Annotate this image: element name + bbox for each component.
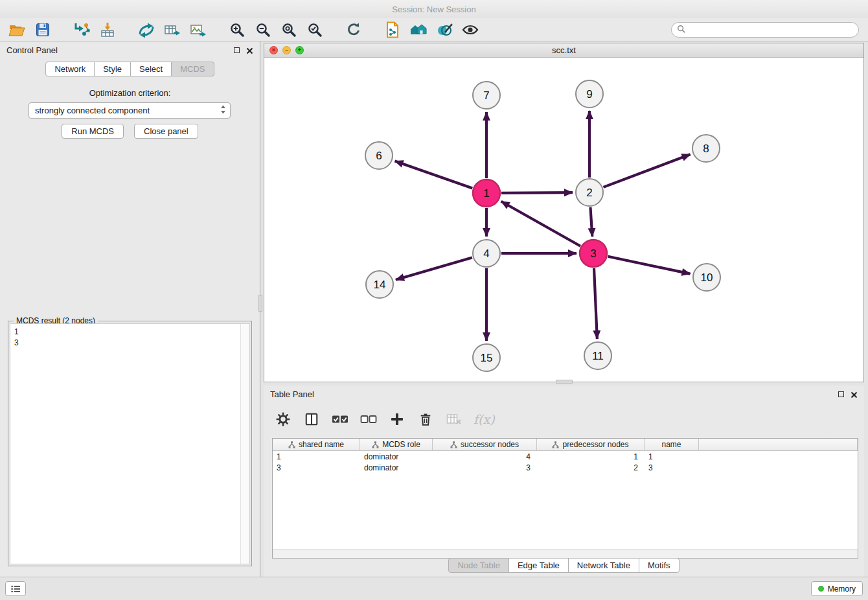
import-network-icon[interactable] bbox=[71, 19, 92, 40]
import-table-icon[interactable] bbox=[97, 19, 118, 40]
export-image-icon[interactable] bbox=[188, 19, 209, 40]
horizontal-splitter-grip[interactable] bbox=[556, 380, 573, 384]
node-2[interactable]: 2 bbox=[576, 179, 603, 206]
node-4[interactable]: 4 bbox=[473, 240, 500, 267]
unselect-all-icon[interactable] bbox=[360, 410, 378, 428]
export-table-icon[interactable] bbox=[162, 19, 183, 40]
close-panel-button[interactable]: Close panel bbox=[134, 124, 198, 139]
show-hide-eye-icon[interactable] bbox=[460, 19, 481, 40]
network-graph[interactable]: 7968124314101511 bbox=[264, 58, 863, 382]
column-header-successor-nodes[interactable]: successor nodes bbox=[433, 439, 537, 451]
node-9[interactable]: 9 bbox=[576, 80, 603, 108]
tab-mcds[interactable]: MCDS bbox=[171, 62, 214, 76]
select-all-icon[interactable] bbox=[331, 410, 349, 428]
main-toolbar bbox=[0, 18, 868, 41]
cell-successor-nodes[interactable]: 3 bbox=[433, 463, 537, 472]
cell-mcds-role[interactable]: dominator bbox=[360, 463, 433, 472]
save-session-icon[interactable] bbox=[32, 19, 53, 40]
criterion-dropdown-value: strongly connected component bbox=[35, 106, 150, 115]
tab-select[interactable]: Select bbox=[130, 62, 172, 76]
table-row[interactable]: 3 dominator 3 2 3 bbox=[273, 462, 858, 473]
table-settings-gear-icon[interactable] bbox=[274, 410, 292, 428]
run-mcds-button[interactable]: Run MCDS bbox=[62, 124, 124, 139]
node-15[interactable]: 15 bbox=[473, 344, 500, 371]
zoom-window-button[interactable]: + bbox=[295, 46, 304, 54]
node-1[interactable]: 1 bbox=[473, 179, 500, 207]
network-window-titlebar[interactable]: × – + scc.txt bbox=[264, 43, 863, 58]
refresh-view-icon[interactable] bbox=[343, 19, 364, 40]
edge-2-8[interactable] bbox=[604, 154, 691, 187]
show-panels-button[interactable] bbox=[5, 581, 26, 596]
network-canvas[interactable]: 7968124314101511 bbox=[264, 58, 863, 382]
edge-3-11[interactable] bbox=[594, 268, 597, 339]
zoom-selected-icon[interactable] bbox=[304, 19, 325, 40]
criterion-dropdown[interactable]: strongly connected component bbox=[29, 102, 231, 119]
edge-1-2[interactable] bbox=[501, 192, 573, 193]
cell-successor-nodes[interactable]: 4 bbox=[433, 452, 537, 461]
tab-style[interactable]: Style bbox=[94, 62, 131, 76]
node-10[interactable]: 10 bbox=[693, 264, 720, 291]
result-scrollbar[interactable] bbox=[240, 324, 249, 564]
tab-edge-table[interactable]: Edge Table bbox=[508, 558, 569, 573]
zoom-in-icon[interactable] bbox=[227, 19, 247, 40]
search-input[interactable] bbox=[689, 25, 853, 34]
close-table-panel-icon[interactable] bbox=[851, 391, 858, 398]
node-label-8: 8 bbox=[703, 143, 709, 155]
tab-motifs[interactable]: Motifs bbox=[639, 558, 680, 573]
node-label-15: 15 bbox=[481, 352, 493, 364]
node-label-14: 14 bbox=[374, 279, 386, 291]
node-11[interactable]: 11 bbox=[584, 342, 611, 369]
edge-3-10[interactable] bbox=[608, 257, 691, 274]
zoom-fit-icon[interactable] bbox=[279, 19, 299, 40]
node-14[interactable]: 14 bbox=[366, 271, 393, 298]
tab-network-table[interactable]: Network Table bbox=[568, 558, 639, 573]
node-3[interactable]: 3 bbox=[580, 240, 607, 267]
cell-name[interactable]: 1 bbox=[645, 452, 699, 461]
memory-status-icon bbox=[818, 586, 824, 592]
cell-predecessor-nodes[interactable]: 1 bbox=[537, 452, 645, 461]
column-header-mcds-role[interactable]: MCDS role bbox=[360, 439, 433, 451]
node-7[interactable]: 7 bbox=[473, 82, 500, 109]
tab-node-table[interactable]: Node Table bbox=[448, 558, 509, 573]
apply-style-icon[interactable] bbox=[434, 19, 455, 40]
cell-shared-name[interactable]: 1 bbox=[273, 452, 360, 461]
new-network-icon[interactable] bbox=[136, 19, 157, 40]
close-panel-icon[interactable] bbox=[246, 47, 253, 54]
cell-shared-name[interactable]: 3 bbox=[273, 463, 360, 472]
control-panel-tabs: Network Style Select MCDS bbox=[0, 62, 260, 76]
delete-row-trash-icon[interactable] bbox=[417, 410, 435, 428]
column-header-shared-name[interactable]: shared name bbox=[273, 439, 360, 451]
edge-1-6[interactable] bbox=[395, 161, 473, 189]
column-selector-icon[interactable] bbox=[303, 410, 321, 428]
float-panel-icon[interactable] bbox=[234, 47, 240, 53]
add-row-icon[interactable] bbox=[388, 410, 406, 428]
cell-name[interactable]: 3 bbox=[645, 463, 699, 472]
node-8[interactable]: 8 bbox=[692, 135, 720, 162]
node-table[interactable]: shared name MCDS role successor nodes pr… bbox=[272, 438, 858, 559]
zoom-out-icon[interactable] bbox=[253, 19, 273, 40]
float-table-panel-icon[interactable] bbox=[838, 391, 844, 397]
close-window-button[interactable]: × bbox=[269, 46, 278, 54]
node-6[interactable]: 6 bbox=[365, 142, 393, 169]
node-label-7: 7 bbox=[483, 89, 489, 102]
table-row[interactable]: 1 dominator 4 1 1 bbox=[273, 451, 858, 462]
memory-button[interactable]: Memory bbox=[811, 581, 863, 596]
first-neighbors-icon[interactable] bbox=[382, 19, 403, 40]
vertical-splitter-grip[interactable] bbox=[258, 295, 262, 312]
search-field[interactable] bbox=[671, 22, 859, 38]
minimize-window-button[interactable]: – bbox=[282, 46, 291, 54]
edge-2-3[interactable] bbox=[590, 207, 592, 237]
toolbar-group-refresh bbox=[343, 19, 364, 40]
edge-3-1[interactable] bbox=[501, 202, 580, 246]
cell-mcds-role[interactable]: dominator bbox=[360, 452, 433, 461]
column-header-predecessor-nodes[interactable]: predecessor nodes bbox=[537, 439, 645, 451]
table-horizontal-scrollbar[interactable] bbox=[273, 549, 858, 558]
open-folder-icon[interactable] bbox=[6, 19, 27, 40]
edge-4-14[interactable] bbox=[396, 257, 472, 279]
column-header-name[interactable]: name bbox=[645, 439, 699, 451]
tab-network[interactable]: Network bbox=[45, 62, 95, 76]
cell-predecessor-nodes[interactable]: 2 bbox=[537, 463, 645, 472]
function-builder-button: f(x) bbox=[474, 412, 495, 426]
home-views-icon[interactable] bbox=[408, 19, 429, 40]
mcds-result-area[interactable]: 13 bbox=[10, 323, 250, 564]
